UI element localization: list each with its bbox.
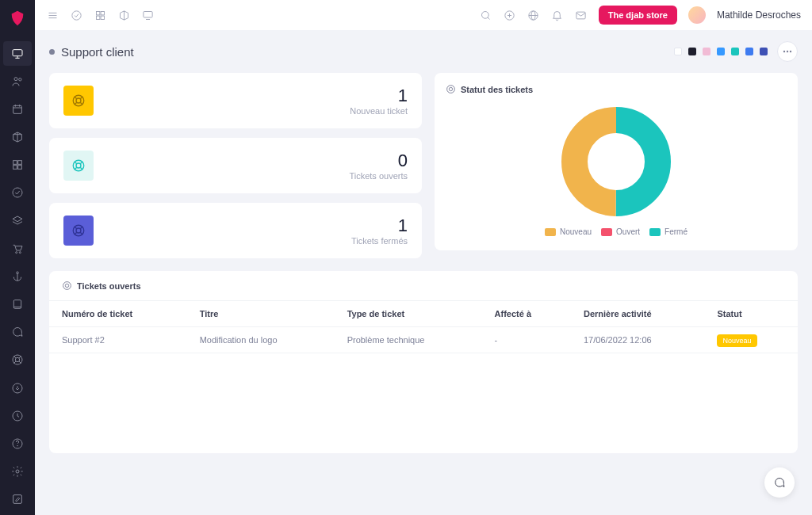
- status-badge: Nouveau: [717, 334, 756, 347]
- store-button[interactable]: The djab store: [599, 6, 677, 25]
- svg-rect-36: [96, 11, 99, 14]
- topbar-left: [46, 9, 154, 21]
- svg-line-44: [488, 17, 490, 20]
- chat-fab[interactable]: [764, 467, 795, 498]
- app-logo: [9, 10, 26, 27]
- nav-calendar[interactable]: [3, 97, 32, 121]
- col-title: Titre: [187, 301, 335, 327]
- swatch-teal[interactable]: [731, 48, 739, 55]
- svg-point-3: [14, 77, 17, 80]
- cell-number: Support #2: [49, 327, 187, 353]
- svg-rect-38: [96, 16, 99, 19]
- svg-rect-51: [576, 12, 585, 19]
- user-name: Mathilde Desroches: [717, 10, 801, 21]
- nav-cart[interactable]: [3, 236, 32, 261]
- stat-label: Tickets fermés: [351, 236, 408, 246]
- table-row[interactable]: Support #2 Modification du logo Problème…: [49, 327, 798, 353]
- nav-chat[interactable]: [3, 320, 32, 345]
- legend-ferme: Fermé: [649, 227, 688, 236]
- nav-edit[interactable]: [3, 487, 32, 512]
- nav-check[interactable]: [3, 181, 32, 205]
- top-grid-icon[interactable]: [94, 9, 106, 21]
- legend-ouvert: Ouvert: [601, 227, 640, 236]
- globe-icon[interactable]: [527, 9, 540, 21]
- topbar: The djab store Mathilde Desroches: [35, 0, 812, 30]
- svg-point-54: [790, 51, 791, 52]
- more-button[interactable]: [777, 41, 798, 62]
- sidebar: [0, 0, 35, 515]
- svg-line-24: [19, 357, 21, 359]
- stat-value: 1: [351, 216, 408, 236]
- svg-rect-39: [101, 16, 104, 19]
- stat-closed-tickets: 1Tickets fermés: [49, 203, 422, 258]
- nav-layers[interactable]: [3, 208, 32, 233]
- svg-rect-0: [13, 49, 22, 55]
- svg-point-78: [65, 284, 68, 287]
- stat-open-tickets: 0Tickets ouverts: [49, 138, 422, 193]
- mail-icon[interactable]: [575, 9, 588, 21]
- open-tickets-card: Tickets ouverts Numéro de ticket Titre T…: [49, 271, 798, 453]
- search-icon[interactable]: [480, 9, 492, 21]
- stat-value: 0: [349, 151, 408, 171]
- topbar-right: The djab store Mathilde Desroches: [480, 6, 801, 25]
- svg-rect-9: [13, 161, 17, 165]
- svg-point-21: [15, 358, 19, 362]
- nav-grid[interactable]: [3, 153, 32, 177]
- swatch-blue[interactable]: [717, 48, 725, 55]
- bell-icon[interactable]: [551, 9, 564, 21]
- svg-rect-37: [101, 11, 104, 14]
- cell-title: Modification du logo: [187, 327, 335, 353]
- stat-label: Tickets ouverts: [349, 171, 408, 181]
- nav-settings[interactable]: [3, 460, 32, 484]
- tickets-table: Numéro de ticket Titre Type de ticket Af…: [49, 301, 798, 353]
- svg-line-22: [13, 357, 16, 359]
- cell-status: Nouveau: [704, 327, 798, 353]
- svg-point-74: [449, 87, 452, 90]
- user-avatar[interactable]: [688, 6, 706, 24]
- svg-point-35: [71, 10, 80, 19]
- nav-book[interactable]: [3, 292, 32, 317]
- swatch-pink[interactable]: [703, 48, 710, 55]
- nav-anchor[interactable]: [3, 264, 32, 288]
- col-activity: Dernière activité: [571, 301, 704, 327]
- chart-legend: Nouveau Ouvert Fermé: [545, 227, 688, 236]
- nav-clock[interactable]: [3, 403, 32, 428]
- svg-line-25: [13, 361, 16, 364]
- col-assigned: Affecté à: [482, 301, 571, 327]
- top-check-icon[interactable]: [70, 9, 82, 21]
- svg-point-30: [16, 470, 19, 473]
- swatch-blue2[interactable]: [745, 48, 753, 55]
- main-content: Support client 1Nouveau ticket 0Tickets …: [35, 30, 812, 515]
- svg-point-15: [19, 251, 21, 253]
- swatch-white[interactable]: [674, 48, 682, 55]
- chart-card: Statut des tickets Nouveau Ouvert Fermé: [435, 73, 798, 250]
- swatch-indigo[interactable]: [760, 48, 768, 55]
- new-ticket-icon: [63, 86, 94, 116]
- top-monitor-icon[interactable]: [141, 9, 154, 21]
- svg-point-43: [482, 11, 489, 18]
- page-header: Support client: [49, 41, 798, 62]
- swatch-dark[interactable]: [688, 48, 696, 55]
- svg-point-53: [787, 51, 788, 52]
- top-package-icon[interactable]: [117, 9, 130, 21]
- svg-rect-11: [13, 166, 17, 170]
- nav-logout[interactable]: [3, 376, 32, 400]
- col-type: Type de ticket: [335, 301, 482, 327]
- nav-package[interactable]: [3, 125, 32, 150]
- page-title: Support client: [61, 45, 134, 59]
- open-tickets-title: Tickets ouverts: [77, 281, 141, 291]
- nav-monitor[interactable]: [3, 41, 32, 66]
- nav-users[interactable]: [3, 69, 32, 93]
- menu-icon[interactable]: [46, 9, 59, 21]
- chart-card-header: Statut des tickets: [446, 84, 787, 94]
- open-ticket-icon: [63, 151, 94, 181]
- nav-help[interactable]: [3, 431, 32, 456]
- svg-point-14: [16, 251, 17, 253]
- nav-support[interactable]: [3, 348, 32, 372]
- svg-rect-5: [13, 105, 22, 113]
- svg-point-13: [13, 188, 22, 197]
- svg-point-77: [63, 282, 71, 290]
- svg-rect-10: [18, 161, 22, 165]
- cell-assigned: -: [482, 327, 571, 353]
- add-icon[interactable]: [504, 9, 516, 21]
